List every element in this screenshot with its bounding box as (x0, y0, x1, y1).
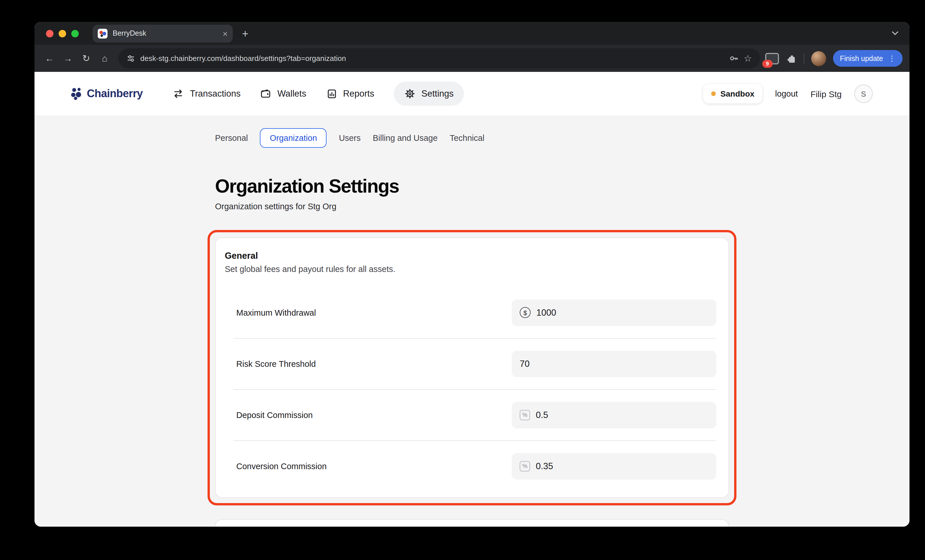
screenshot-stage: BerryDesk × + ← → ↻ ⌂ (0, 0, 925, 560)
card-description: Set global fees and payout rules for all… (225, 265, 715, 274)
chainberry-logo[interactable]: Chainberry (70, 87, 143, 101)
tab-search-chevron-icon[interactable] (887, 28, 902, 39)
field-label: Risk Score Threshold (236, 359, 512, 369)
tab-billing-and-usage[interactable]: Billing and Usage (373, 129, 438, 147)
card-title: General (225, 251, 715, 261)
reload-icon[interactable]: ↻ (77, 49, 95, 68)
tab-organization[interactable]: Organization (260, 128, 327, 148)
field-row-maximum-withdrawal: Maximum Withdrawal $ 1000 (215, 288, 728, 338)
settings-fields: Maximum Withdrawal $ 1000 Risk Score Thr… (215, 288, 728, 497)
site-favicon (98, 29, 107, 38)
brand-name: Chainberry (87, 87, 143, 100)
logout-link[interactable]: logout (775, 89, 798, 98)
page-subtitle: Organization settings for Stg Org (215, 202, 729, 211)
password-key-icon[interactable] (729, 53, 738, 63)
reports-icon (326, 88, 337, 99)
gear-icon (404, 88, 416, 99)
nav-label: Transactions (190, 89, 241, 99)
nav-item-reports[interactable]: Reports (326, 88, 374, 99)
url-text[interactable]: desk-stg.chainberry.com/dashboard/settin… (140, 54, 723, 63)
page-content: Personal Organization Users Billing and … (35, 116, 910, 527)
risk-score-threshold-input[interactable]: 70 (512, 351, 716, 377)
field-value: 70 (520, 359, 530, 369)
pinned-extension-icon[interactable]: 9 (765, 51, 780, 66)
browser-toolbar: ← → ↻ ⌂ desk-stg.chainberry.com/dashboar… (35, 45, 910, 72)
close-window-button[interactable] (46, 30, 53, 37)
nav-label: Reports (343, 89, 374, 99)
back-icon[interactable]: ← (40, 49, 59, 68)
annotation-highlight: General Set global fees and payout rules… (208, 230, 737, 505)
nav-item-transactions[interactable]: Transactions (173, 88, 241, 99)
browser-menu-icon[interactable]: ⋮ (888, 55, 896, 62)
main-nav: Transactions Wallets (173, 82, 464, 106)
extensions-puzzle-icon[interactable] (786, 53, 797, 63)
field-value: 0.35 (536, 461, 553, 471)
bookmark-star-icon[interactable]: ☆ (744, 54, 752, 63)
environment-status-dot (711, 92, 716, 96)
environment-badge[interactable]: Sandbox (703, 84, 762, 104)
extension-badge: 9 (762, 60, 773, 68)
conversion-commission-input[interactable]: % 0.35 (512, 453, 716, 480)
user-avatar[interactable]: S (854, 84, 873, 103)
tab-technical[interactable]: Technical (450, 129, 484, 147)
field-value: 1000 (536, 308, 556, 318)
page-title: Organization Settings (215, 175, 729, 197)
environment-label: Sandbox (720, 89, 754, 98)
finish-update-label: Finish update (840, 54, 883, 62)
field-row-conversion-commission: Conversion Commission % 0.35 (215, 441, 728, 492)
header-right-cluster: Sandbox logout Filip Stg S (703, 84, 873, 104)
percent-icon: % (520, 461, 530, 471)
nav-item-wallets[interactable]: Wallets (260, 88, 306, 99)
macos-window-controls (46, 30, 79, 37)
browser-tab[interactable]: BerryDesk × (93, 24, 233, 42)
field-label: Conversion Commission (236, 462, 512, 471)
nav-label: Settings (422, 89, 453, 99)
transactions-icon (173, 88, 184, 99)
general-settings-card: General Set global fees and payout rules… (215, 238, 729, 498)
finish-update-button[interactable]: Finish update ⋮ (833, 50, 902, 67)
toolbar-right-cluster: 9 Finish update ⋮ (765, 50, 904, 67)
field-label: Deposit Commission (236, 411, 512, 420)
browser-profile-avatar[interactable] (811, 51, 826, 66)
settings-tabs: Personal Organization Users Billing and … (215, 128, 729, 148)
zoom-window-button[interactable] (71, 30, 79, 37)
field-row-risk-score-threshold: Risk Score Threshold 70 (215, 339, 728, 389)
app-header: Chainberry Transactions Wallet (35, 72, 910, 116)
dollar-icon: $ (520, 307, 530, 318)
maximum-withdrawal-input[interactable]: $ 1000 (512, 300, 716, 326)
browser-window: BerryDesk × + ← → ↻ ⌂ (35, 22, 910, 527)
address-bar[interactable]: desk-stg.chainberry.com/dashboard/settin… (118, 48, 760, 68)
site-settings-icon[interactable] (127, 54, 135, 63)
field-value: 0.5 (536, 410, 548, 420)
field-label: Maximum Withdrawal (236, 308, 512, 318)
close-tab-icon[interactable]: × (223, 29, 227, 38)
berry-logo-icon (70, 87, 83, 101)
nav-label: Wallets (277, 89, 306, 99)
tab-personal[interactable]: Personal (215, 129, 248, 147)
next-card-partial (215, 519, 729, 527)
user-name[interactable]: Filip Stg (811, 89, 842, 99)
browser-tab-strip: BerryDesk × + (35, 22, 910, 45)
minimize-window-button[interactable] (59, 30, 66, 37)
toolbar-divider (804, 53, 804, 63)
new-tab-button[interactable]: + (242, 28, 249, 39)
wallet-icon (260, 88, 272, 99)
tab-title: BerryDesk (113, 29, 217, 38)
home-icon[interactable]: ⌂ (95, 49, 114, 68)
nav-item-settings[interactable]: Settings (394, 82, 464, 106)
forward-icon[interactable]: → (59, 49, 77, 68)
tab-users[interactable]: Users (339, 129, 361, 147)
field-row-deposit-commission: Deposit Commission % 0.5 (215, 390, 728, 440)
percent-icon: % (520, 410, 530, 420)
deposit-commission-input[interactable]: % 0.5 (512, 402, 716, 428)
